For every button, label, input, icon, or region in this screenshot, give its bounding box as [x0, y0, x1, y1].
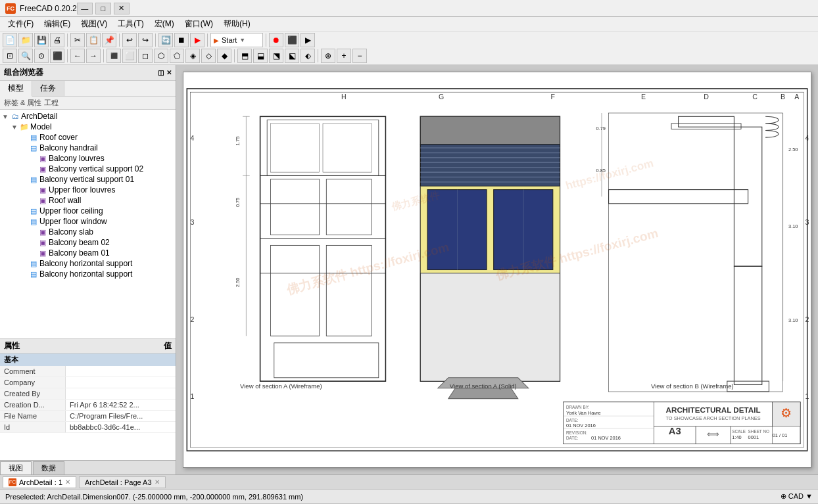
tb-view4[interactable]: ⬡ — [154, 49, 168, 63]
tb-view8[interactable]: ◆ — [217, 49, 231, 63]
tree-item-balcony-horiz-support[interactable]: ▤Balcony horizontal support — [1, 258, 174, 269]
drawing-tab-2-close[interactable]: ✕ — [155, 478, 160, 486]
sep8 — [234, 49, 235, 62]
tree-item-balcony-vert-02[interactable]: ▣Balcony vertical support 02 — [1, 164, 174, 174]
tb-paste[interactable]: 📌 — [102, 33, 116, 47]
tb-run[interactable]: ▶ — [190, 33, 204, 47]
tb-cut[interactable]: ✂ — [70, 33, 85, 47]
svg-text:DRAWN BY:: DRAWN BY: — [566, 405, 590, 410]
tree-toggle[interactable]: ▼ — [1, 113, 9, 120]
tree-item-balcony-beam-01[interactable]: ▣Balcony beam 01 — [1, 248, 174, 258]
tb-nav2[interactable]: + — [337, 49, 351, 63]
tree-item-upper-floor-window[interactable]: ▤Upper floor window — [1, 216, 174, 227]
tree-item-roof-wall[interactable]: ▣Roof wall — [1, 195, 174, 206]
tree-item-balcony-slab[interactable]: ▣Balcony slab — [1, 227, 174, 237]
menu-help[interactable]: 帮助(H) — [218, 17, 256, 31]
tb-refresh[interactable]: 🔄 — [158, 33, 173, 47]
drawing-tab-1-close[interactable]: ✕ — [65, 478, 70, 486]
tb-copy[interactable]: 📋 — [86, 33, 101, 47]
tb-new[interactable]: 📄 — [3, 33, 17, 47]
prop-value — [66, 377, 176, 388]
menu-window[interactable]: 窗口(W) — [180, 17, 218, 31]
arch-drawing-svg: H G F E D C B A 4 3 2 1 4 3 2 1 — [183, 72, 811, 467]
tb-iso3[interactable]: ⬔ — [269, 49, 283, 63]
tb-view7[interactable]: ◇ — [201, 49, 216, 63]
tb-stop[interactable]: ⏹ — [174, 33, 189, 47]
tb-view1[interactable]: ⬛ — [107, 49, 121, 63]
tree-item-balcony-vert-01[interactable]: ▤Balcony vertical support 01 — [1, 174, 174, 185]
close-button[interactable]: ✕ — [114, 3, 130, 14]
tb-zoom-sel[interactable]: 🔍 — [18, 49, 33, 63]
tb-view2[interactable]: ⬜ — [122, 49, 137, 63]
minimize-button[interactable]: — — [77, 3, 93, 14]
tb-zoom-mode[interactable]: ⊙ — [34, 49, 49, 63]
tree-item-upper-floor-louvres[interactable]: ▣Upper floor louvres — [1, 185, 174, 195]
tree-item-balcony-louvres[interactable]: ▣Balcony louvres — [1, 153, 174, 164]
tb-redo[interactable]: ↪ — [138, 33, 153, 47]
menu-tools[interactable]: 工具(T) — [112, 17, 149, 31]
tree-item-balcony-handrail[interactable]: ▤Balcony handrail — [1, 143, 174, 153]
tree-item-roof-cover[interactable]: ▤Roof cover — [1, 132, 174, 143]
tb-nav1[interactable]: ⊕ — [321, 49, 335, 63]
prop-name: Id — [0, 422, 66, 432]
maximize-button[interactable]: □ — [95, 3, 111, 14]
tb-view3[interactable]: ◻ — [138, 49, 153, 63]
tb-back[interactable]: ← — [70, 49, 85, 63]
tb-print[interactable]: 🖨 — [50, 33, 64, 47]
svg-text:View of section A (Solid): View of section A (Solid) — [450, 382, 517, 390]
tree-item-upper-floor-ceiling[interactable]: ▤Upper floor ceiling — [1, 206, 174, 216]
tree-view[interactable]: ▼🗂ArchDetail▼📁Model ▤Roof cover ▤Balcony… — [0, 110, 176, 338]
tb-exec[interactable]: ▶ — [301, 33, 315, 47]
bottom-tab-view[interactable]: 视图 — [0, 461, 32, 474]
tb-iso2[interactable]: ⬓ — [253, 49, 268, 63]
workbench-dropdown[interactable]: ▶ Start ▼ — [210, 33, 263, 47]
tb-fwd[interactable]: → — [86, 49, 101, 63]
drawing-tab-1[interactable]: FC ArchDetail : 1 ✕ — [3, 476, 76, 488]
subtab-project[interactable]: 工程 — [44, 98, 59, 108]
tb-iso5[interactable]: ⬖ — [301, 49, 315, 63]
cad-mode-indicator[interactable]: ⊕ CAD ▼ — [781, 492, 813, 501]
sep3 — [155, 34, 156, 47]
subtab-labels[interactable]: 标签 & 属性 — [4, 98, 41, 108]
tab-model[interactable]: 模型 — [0, 81, 32, 97]
svg-text:TO SHOWCASE ARCH SECTION PLANE: TO SHOWCASE ARCH SECTION PLANES — [665, 415, 760, 421]
drawing-tab-2-label: ArchDetail : Page A3 — [85, 478, 152, 486]
tb-undo[interactable]: ↩ — [122, 33, 137, 47]
drawing-area[interactable]: H G F E D C B A 4 3 2 1 4 3 2 1 — [176, 65, 818, 474]
tree-item-balcony-beam-02[interactable]: ▣Balcony beam 02 — [1, 237, 174, 248]
menu-macro[interactable]: 宏(M) — [149, 17, 180, 31]
tree-icon: 🗂 — [11, 112, 20, 121]
tb-square[interactable]: ⬛ — [285, 33, 299, 47]
tb-iso4[interactable]: ⬕ — [285, 49, 299, 63]
tree-icon: ▣ — [38, 196, 47, 205]
prop-name: Company — [0, 377, 66, 388]
tb-zoom-fit[interactable]: ⊡ — [3, 49, 17, 63]
menu-file[interactable]: 文件(F) — [3, 17, 39, 31]
tb-nav3[interactable]: − — [352, 49, 367, 63]
tree-label: Roof wall — [49, 196, 81, 205]
tb-iso1[interactable]: ⬒ — [237, 49, 252, 63]
drawing-tab-2[interactable]: ArchDetail : Page A3 ✕ — [79, 476, 166, 488]
tb-view6[interactable]: ◈ — [185, 49, 200, 63]
menu-edit[interactable]: 编辑(E) — [39, 17, 76, 31]
svg-text:Yorik Van Havre: Yorik Van Havre — [566, 410, 601, 416]
tree-item-archdetail[interactable]: ▼🗂ArchDetail — [1, 111, 174, 122]
tb-draw[interactable]: ⬛ — [50, 49, 64, 63]
svg-text:A3: A3 — [669, 426, 681, 436]
tree-item-model[interactable]: ▼📁Model — [1, 122, 174, 132]
menu-view[interactable]: 视图(V) — [76, 17, 112, 31]
tb-view5[interactable]: ⬠ — [170, 49, 184, 63]
tree-item-balcony-horiz-support2[interactable]: ▤Balcony horizontal support — [1, 269, 174, 279]
tree-icon: 📁 — [20, 122, 29, 131]
tb-record[interactable]: ⏺ — [269, 33, 283, 47]
bottom-tab-data[interactable]: 数据 — [33, 461, 64, 474]
prop-value: C:/Program Files/Fre... — [66, 411, 176, 421]
svg-text:3: 3 — [191, 218, 195, 226]
tb-open[interactable]: 📁 — [18, 33, 33, 47]
sep7 — [103, 49, 104, 62]
tree-toggle[interactable]: ▼ — [11, 124, 18, 131]
tab-tasks[interactable]: 任务 — [32, 81, 64, 96]
tb-save[interactable]: 💾 — [34, 33, 49, 47]
panel-float-icon[interactable]: ◫ — [158, 69, 164, 76]
panel-close-icon[interactable]: ✕ — [166, 69, 172, 76]
